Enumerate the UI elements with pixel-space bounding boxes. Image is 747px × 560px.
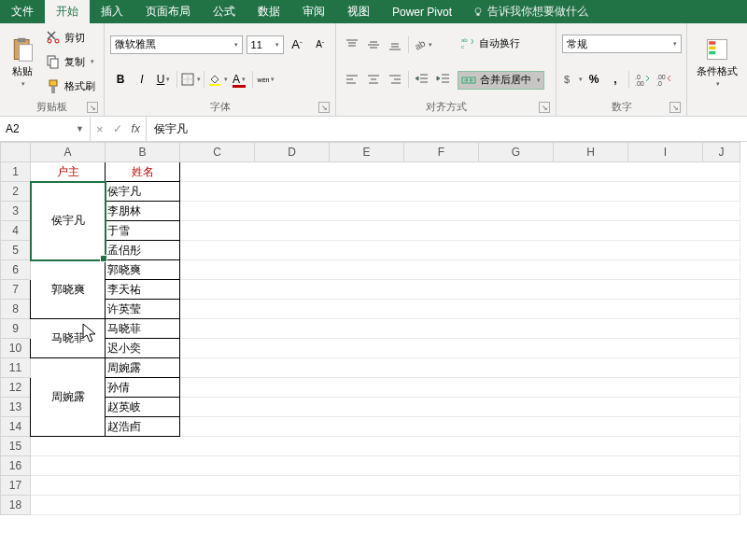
insert-function-button[interactable]: fx <box>132 122 140 135</box>
row-header[interactable]: 9 <box>1 319 31 339</box>
row-header[interactable]: 1 <box>1 162 31 182</box>
row-header[interactable]: 15 <box>1 437 31 456</box>
row-header[interactable]: 7 <box>1 280 31 300</box>
tab-layout[interactable]: 页面布局 <box>134 0 202 23</box>
tab-formulas[interactable]: 公式 <box>202 0 247 23</box>
cell[interactable]: 周婉露 <box>31 358 106 437</box>
font-name-combo[interactable]: 微软雅黑 <box>110 35 243 54</box>
orientation-button[interactable]: ab <box>412 35 432 55</box>
row-header[interactable]: 3 <box>1 202 31 221</box>
increase-indent-button[interactable] <box>433 69 454 90</box>
bold-button[interactable]: B <box>110 69 131 90</box>
wrap-text-button[interactable]: abc 自动换行 <box>458 35 544 51</box>
row-header[interactable]: 2 <box>1 182 31 202</box>
row-header[interactable]: 8 <box>1 300 31 319</box>
select-all-corner[interactable] <box>1 143 31 162</box>
borders-button[interactable] <box>180 69 201 90</box>
number-format-combo[interactable]: 常规 <box>562 35 682 53</box>
tab-view[interactable]: 视图 <box>336 0 381 23</box>
cut-button[interactable]: 剪切 <box>43 29 98 46</box>
font-color-button[interactable]: A <box>229 69 249 90</box>
cell[interactable]: 马晓菲 <box>31 319 106 358</box>
copy-button[interactable]: 复制 <box>43 53 98 70</box>
row-header[interactable]: 16 <box>1 456 31 476</box>
formula-input[interactable]: 侯宇凡 <box>147 117 747 141</box>
percent-button[interactable]: % <box>584 69 604 90</box>
decrease-decimal-button[interactable]: .00.0 <box>654 69 674 90</box>
row-header[interactable]: 18 <box>1 496 31 515</box>
cell[interactable]: 孟侣彤 <box>106 241 180 260</box>
col-header-I[interactable]: I <box>628 143 703 162</box>
col-header-C[interactable]: C <box>180 143 255 162</box>
fill-color-button[interactable] <box>207 69 228 90</box>
name-box-dropdown[interactable]: ▼ <box>76 124 84 133</box>
cell-selected[interactable]: 侯宇凡 <box>31 182 106 260</box>
format-painter-button[interactable]: 格式刷 <box>43 78 98 95</box>
comma-button[interactable]: , <box>605 69 626 90</box>
decrease-font-button[interactable]: Aˇ <box>310 35 330 55</box>
cell[interactable]: 户主 <box>31 162 106 182</box>
row-header[interactable]: 14 <box>1 417 31 437</box>
font-launcher[interactable] <box>318 102 330 113</box>
cell[interactable]: 赵英岐 <box>106 398 180 417</box>
tab-insert[interactable]: 插入 <box>90 0 134 23</box>
cell[interactable]: 迟小奕 <box>106 339 180 358</box>
phonetic-button[interactable]: wén <box>256 69 276 90</box>
col-header-B[interactable]: B <box>106 143 180 162</box>
cell[interactable]: 侯宇凡 <box>106 182 180 202</box>
col-header-D[interactable]: D <box>255 143 330 162</box>
conditional-formatting-button[interactable]: 条件格式 <box>691 25 743 99</box>
number-launcher[interactable] <box>669 102 681 113</box>
cell[interactable]: 马晓菲 <box>106 319 180 339</box>
row-header[interactable]: 11 <box>1 358 31 378</box>
col-header-A[interactable]: A <box>31 143 106 162</box>
tab-review[interactable]: 审阅 <box>291 0 336 23</box>
row-header[interactable]: 6 <box>1 260 31 280</box>
increase-decimal-button[interactable]: .0.00 <box>632 69 653 90</box>
cell[interactable]: 李天祐 <box>106 280 180 300</box>
accounting-format-button[interactable]: $ <box>562 69 583 90</box>
alignment-launcher[interactable] <box>539 102 550 113</box>
align-bottom-button[interactable] <box>385 35 405 55</box>
row-header[interactable]: 10 <box>1 339 31 358</box>
tab-data[interactable]: 数据 <box>247 0 291 23</box>
cell[interactable]: 郭晓爽 <box>31 260 106 319</box>
col-header-E[interactable]: E <box>330 143 404 162</box>
col-header-H[interactable]: H <box>554 143 628 162</box>
merge-center-button[interactable]: 合并后居中 <box>458 71 544 90</box>
accept-formula-button[interactable]: ✓ <box>113 122 122 135</box>
underline-button[interactable]: U <box>153 69 174 90</box>
col-header-F[interactable]: F <box>404 143 479 162</box>
cancel-formula-button[interactable]: × <box>96 122 104 136</box>
increase-font-button[interactable]: Aˆ <box>288 35 307 55</box>
decrease-indent-button[interactable] <box>412 69 432 90</box>
cell[interactable]: 姓名 <box>106 162 180 182</box>
clipboard-launcher[interactable] <box>87 102 98 113</box>
align-right-button[interactable] <box>385 69 405 90</box>
cell[interactable]: 周婉露 <box>106 358 180 378</box>
name-box[interactable]: A2 ▼ <box>0 117 91 141</box>
font-size-combo[interactable]: 11 <box>247 35 284 54</box>
tab-home[interactable]: 开始 <box>45 0 90 23</box>
row-header[interactable]: 13 <box>1 398 31 417</box>
tab-file[interactable]: 文件 <box>0 0 45 23</box>
cell[interactable]: 赵浩卣 <box>106 417 180 437</box>
row-header[interactable]: 17 <box>1 476 31 496</box>
row-header[interactable]: 5 <box>1 241 31 260</box>
row-header[interactable]: 12 <box>1 378 31 398</box>
col-header-J[interactable]: J <box>703 143 740 162</box>
paste-button[interactable]: 粘贴 <box>4 25 41 99</box>
cell[interactable]: 于雪 <box>106 221 180 241</box>
align-left-button[interactable] <box>342 69 362 90</box>
cell[interactable]: 郭晓爽 <box>106 260 180 280</box>
italic-button[interactable]: I <box>132 69 152 90</box>
col-header-G[interactable]: G <box>479 143 554 162</box>
row-header[interactable]: 4 <box>1 221 31 241</box>
worksheet-grid[interactable]: A B C D E F G H I J 1 户主 姓名 2 侯宇凡 侯宇凡 3 … <box>0 142 747 515</box>
cell[interactable]: 李朋林 <box>106 202 180 221</box>
tell-me[interactable]: 告诉我你想要做什么 <box>463 0 598 23</box>
align-top-button[interactable] <box>342 35 362 55</box>
tab-powerpivot[interactable]: Power Pivot <box>381 0 463 23</box>
cell[interactable]: 孙倩 <box>106 378 180 398</box>
align-center-button[interactable] <box>363 69 384 90</box>
